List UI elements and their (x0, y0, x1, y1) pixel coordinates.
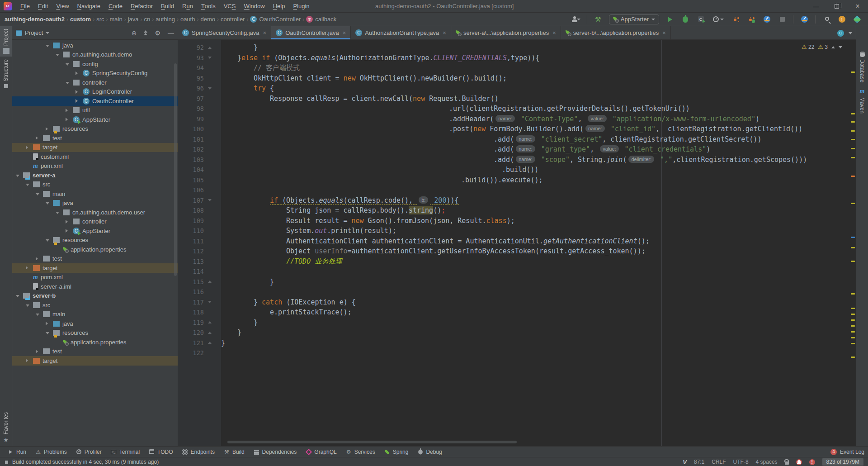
tree-row[interactable]: controller (12, 217, 178, 227)
tool-window-button-profiler[interactable]: Profiler (72, 447, 106, 457)
menu-vcs[interactable]: VCS (220, 0, 240, 13)
chevron-expanded-icon[interactable] (46, 239, 49, 242)
menu-code[interactable]: Code (104, 0, 127, 13)
memory-indicator[interactable]: 823 of 1979M (822, 458, 863, 466)
fold-marker[interactable] (206, 338, 214, 348)
breadcrumb-item[interactable]: java (128, 16, 139, 23)
menu-help[interactable]: Help (269, 0, 289, 13)
menu-tools[interactable]: Tools (197, 0, 220, 13)
close-icon[interactable]: × (552, 29, 556, 36)
fold-marker[interactable] (206, 53, 214, 63)
tree-row[interactable]: java (12, 319, 178, 328)
sidebar-item-database[interactable]: Database (859, 49, 865, 85)
tree-row[interactable]: mpom.xml (12, 162, 178, 171)
tree-row[interactable]: server-b (12, 291, 178, 301)
chevron-collapsed-icon[interactable] (66, 109, 68, 112)
profile-with-debug-button[interactable] (747, 15, 756, 24)
tree-row[interactable]: cn.authing.oauth.demo (12, 50, 178, 60)
chevron-expanded-icon[interactable] (16, 295, 19, 297)
tool-window-button-graphql[interactable]: GraphQL (302, 447, 340, 457)
fold-marker[interactable] (206, 328, 214, 338)
chevron-expanded-icon[interactable] (36, 314, 39, 316)
tree-row[interactable]: CLoginController (12, 87, 178, 97)
tab-authorizationgranttype-java[interactable]: CAuthorizationGrantType.java× (351, 26, 451, 39)
menu-plugin[interactable]: Plugin (289, 0, 313, 13)
hidden-tabs-chevron-icon[interactable] (849, 32, 852, 34)
hide-panel-icon[interactable]: — (168, 29, 174, 37)
chevron-collapsed-icon[interactable] (36, 257, 38, 261)
debug-button[interactable] (681, 15, 690, 24)
chevron-expanded-icon[interactable] (56, 212, 59, 214)
tree-row[interactable]: src (12, 300, 178, 310)
locate-file-icon[interactable]: ⊕ (132, 29, 137, 37)
tree-row[interactable]: CSpringSecurityConfig (12, 69, 178, 78)
ide-features-trainer-icon[interactable] (853, 15, 862, 24)
chevron-collapsed-icon[interactable] (46, 127, 48, 131)
menu-view[interactable]: View (52, 0, 73, 13)
notification-bell-icon[interactable] (796, 459, 802, 465)
menu-refactor[interactable]: Refactor (127, 0, 157, 13)
chevron-collapsed-icon[interactable] (66, 229, 68, 233)
tree-row[interactable]: main (12, 189, 178, 199)
code-editor[interactable]: 92}93}else if (Objects.equals(Authorizat… (178, 40, 856, 446)
chevron-expanded-icon[interactable] (46, 332, 49, 334)
event-log-button[interactable]: 4Event Log (830, 449, 864, 455)
chevron-collapsed-icon[interactable] (26, 146, 28, 149)
tree-row[interactable]: custom.iml (12, 152, 178, 162)
error-notification-icon[interactable]: ! (809, 459, 815, 465)
cpu-profiler-button[interactable] (762, 15, 771, 24)
tool-window-button-services[interactable]: ⚙Services (342, 447, 379, 457)
tool-window-button-spring[interactable]: Spring (380, 447, 413, 457)
tree-row[interactable]: server-a (12, 171, 178, 180)
sidebar-item-favorites[interactable]: Favorites ★ (3, 409, 9, 446)
tool-window-switcher-icon[interactable] (5, 460, 9, 464)
tree-row[interactable]: java (12, 41, 178, 50)
indent-style[interactable]: 4 spaces (756, 459, 778, 465)
chevron-collapsed-icon[interactable] (75, 71, 78, 75)
chevron-expanded-icon[interactable] (16, 175, 19, 177)
performance-monitor-icon[interactable] (800, 15, 809, 24)
chevron-expanded-icon[interactable] (36, 193, 39, 195)
menu-navigate[interactable]: Navigate (73, 0, 104, 13)
tree-row[interactable]: test (12, 133, 178, 143)
fold-marker[interactable] (206, 318, 214, 328)
run-configuration-select[interactable]: AppStarter (609, 14, 659, 24)
tab-server-a-application-properties[interactable]: server-a\...\application.properties× (451, 26, 561, 39)
project-tool-window-header[interactable]: Project ⊕ ⚙ — (12, 26, 178, 40)
git-icon[interactable]: V (683, 459, 687, 466)
fold-marker[interactable] (206, 43, 214, 53)
breadcrumb-item[interactable]: controller (221, 16, 245, 23)
breadcrumb-item[interactable]: authing-demo-oauth2 (5, 16, 65, 23)
chevron-expanded-icon[interactable] (26, 304, 29, 307)
tree-row[interactable]: java (12, 199, 178, 208)
run-with-coverage-button[interactable]: C (696, 15, 705, 24)
run-button[interactable] (665, 15, 675, 24)
tree-row[interactable]: cn.authing.oauth.demo.user (12, 208, 178, 217)
error-stripe[interactable] (849, 40, 856, 446)
chevron-collapsed-icon[interactable] (75, 90, 78, 94)
tree-row[interactable]: main (12, 310, 178, 319)
fold-marker[interactable] (206, 83, 214, 94)
collapse-all-icon[interactable] (144, 30, 147, 35)
chevron-collapsed-icon[interactable] (75, 99, 78, 103)
chevron-expanded-icon[interactable] (66, 82, 69, 84)
close-icon[interactable]: × (263, 29, 267, 36)
tool-window-button-terminal[interactable]: >_Terminal (107, 447, 144, 457)
chevron-collapsed-icon[interactable] (26, 266, 28, 270)
chevron-expanded-icon[interactable] (46, 202, 49, 204)
fold-marker[interactable] (206, 277, 214, 287)
close-icon[interactable]: × (343, 29, 346, 36)
build-hammer-icon[interactable]: ⚒ (594, 15, 603, 24)
tree-row[interactable]: target (12, 143, 178, 152)
breadcrumb-item[interactable]: authing (156, 16, 175, 23)
fold-marker[interactable] (206, 195, 214, 206)
fold-marker[interactable] (206, 297, 214, 308)
menu-window[interactable]: Window (240, 0, 269, 13)
chevron-collapsed-icon[interactable] (66, 220, 68, 223)
user-account-icon[interactable] (571, 15, 580, 24)
breadcrumb-item[interactable]: mcallback (306, 16, 336, 23)
chevron-expanded-icon[interactable] (46, 45, 49, 47)
search-everywhere-icon[interactable] (822, 15, 831, 24)
async-profiler-button[interactable] (731, 15, 741, 24)
status-message[interactable]: Build completed successfully in 4 sec, 3… (12, 459, 159, 465)
